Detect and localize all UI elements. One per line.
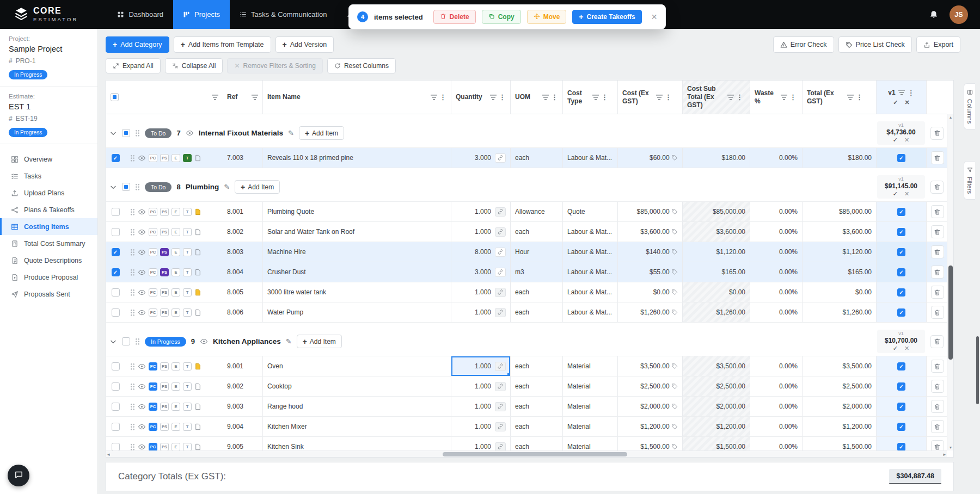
waste-cell[interactable]: 0.00% — [750, 202, 802, 221]
ps-badge[interactable]: PS — [160, 208, 169, 216]
uom-cell[interactable]: each — [510, 302, 562, 322]
quantity-cell[interactable]: 3.000 — [451, 148, 510, 168]
sidebar-item-quote-descriptions[interactable]: Quote Descriptions — [0, 252, 97, 269]
reject-version-icon[interactable]: ✕ — [904, 190, 909, 197]
filter-icon[interactable] — [781, 95, 787, 100]
quantity-cell[interactable]: 1.000 — [451, 202, 510, 221]
ps-badge[interactable]: PS — [160, 248, 169, 256]
delete-category-button[interactable] — [930, 181, 944, 194]
ps-badge[interactable]: PS — [160, 382, 169, 391]
approve-version-icon[interactable]: ✓ — [893, 99, 898, 106]
cost-cell[interactable]: $140.00 — [617, 242, 682, 262]
cost-cell[interactable]: $1,200.00 — [617, 417, 682, 436]
waste-cell[interactable]: 0.00% — [750, 397, 802, 416]
eye-icon[interactable] — [138, 288, 146, 297]
quantity-cell[interactable]: 1.000 — [451, 437, 510, 450]
row-checkbox[interactable] — [112, 382, 120, 391]
eye-icon[interactable] — [138, 228, 146, 236]
waste-cell[interactable]: 0.00% — [750, 417, 802, 436]
eye-icon[interactable] — [138, 308, 146, 317]
filter-icon[interactable] — [431, 95, 437, 100]
drag-handle[interactable] — [130, 383, 135, 390]
page-scroll-thumb[interactable] — [976, 336, 979, 404]
link-icon[interactable] — [495, 402, 506, 411]
t-badge[interactable]: T — [183, 382, 192, 391]
cost-cell[interactable]: $3,500.00 — [617, 356, 682, 376]
copy-selected-button[interactable]: Copy — [482, 10, 521, 24]
delete-category-button[interactable] — [930, 127, 944, 140]
uom-cell[interactable]: Hour — [510, 242, 562, 262]
sidebar-item-plans-takeoffs[interactable]: Plans & Takeoffs — [0, 201, 97, 218]
pc-badge[interactable]: PC — [149, 423, 157, 431]
row-checkbox[interactable] — [112, 208, 120, 216]
delete-row-button[interactable] — [931, 360, 944, 373]
remove-filters-sorting-button[interactable]: ✕ Remove Filters & Sorting — [227, 58, 322, 73]
version-checkbox[interactable] — [897, 362, 905, 370]
quantity-cell[interactable]: 1.000 — [451, 417, 510, 436]
price-tag-icon[interactable] — [671, 208, 678, 215]
cost-type-cell[interactable]: Labour & Mat... — [562, 148, 617, 168]
chevron-down-icon[interactable] — [109, 183, 117, 191]
waste-cell[interactable]: 0.00% — [750, 437, 802, 450]
quantity-cell[interactable]: 8.000 — [451, 242, 510, 262]
t-badge[interactable]: T — [183, 362, 192, 370]
cost-type-cell[interactable]: Material — [562, 417, 617, 436]
quantity-cell[interactable]: 3.000 — [451, 262, 510, 282]
item-name-cell[interactable]: Kitchen Sink — [262, 437, 451, 450]
waste-cell[interactable]: 0.00% — [750, 302, 802, 322]
eye-icon[interactable] — [138, 248, 146, 256]
pc-badge[interactable]: PC — [149, 228, 157, 236]
edit-category-icon[interactable]: ✎ — [286, 337, 292, 345]
document-icon[interactable] — [194, 229, 201, 236]
drag-handle[interactable] — [130, 309, 135, 316]
column-menu-icon[interactable]: ⋮ — [499, 93, 506, 101]
link-icon[interactable] — [495, 442, 506, 451]
approve-version-icon[interactable]: ✓ — [893, 345, 898, 352]
cost-type-cell[interactable]: Material — [562, 356, 617, 376]
t-badge[interactable]: T — [183, 154, 192, 162]
column-menu-icon[interactable]: ⋮ — [789, 93, 797, 101]
filter-icon[interactable] — [847, 95, 854, 100]
filter-icon[interactable] — [490, 95, 497, 100]
filter-icon[interactable] — [212, 95, 218, 100]
item-name-cell[interactable]: Solar and Water Tank on Roof — [262, 222, 451, 242]
version-checkbox[interactable] — [897, 228, 905, 236]
filter-icon[interactable] — [252, 95, 258, 100]
uom-cell[interactable]: each — [510, 397, 562, 416]
t-badge[interactable]: T — [183, 443, 192, 451]
eye-icon[interactable] — [138, 208, 146, 216]
cost-type-cell[interactable]: Labour & Mat... — [562, 222, 617, 242]
category-checkbox[interactable] — [122, 337, 130, 345]
cost-cell[interactable]: $1,500.00 — [617, 437, 682, 450]
scroll-right-arrow[interactable]: ▸ — [942, 451, 947, 458]
link-icon[interactable] — [495, 268, 506, 277]
column-menu-icon[interactable]: ⋮ — [601, 93, 608, 101]
drag-handle[interactable] — [130, 363, 135, 370]
e-badge[interactable]: E — [171, 248, 180, 256]
delete-category-button[interactable] — [930, 335, 944, 348]
column-menu-icon[interactable]: ⋮ — [908, 89, 915, 97]
export-button[interactable]: Export — [916, 36, 960, 53]
waste-cell[interactable]: 0.00% — [750, 356, 802, 376]
e-badge[interactable]: E — [171, 423, 180, 431]
t-badge[interactable]: T — [183, 268, 192, 276]
delete-row-button[interactable] — [931, 225, 944, 238]
eye-icon[interactable] — [138, 382, 146, 391]
quantity-cell[interactable]: 1.000 — [451, 356, 510, 376]
uom-cell[interactable]: each — [510, 356, 562, 376]
t-badge[interactable]: T — [183, 208, 192, 216]
item-name-cell[interactable]: Oven — [262, 356, 451, 376]
delete-row-button[interactable] — [931, 380, 944, 393]
column-menu-icon[interactable]: ⋮ — [439, 93, 446, 101]
eye-icon[interactable] — [138, 154, 146, 162]
scroll-down-arrow[interactable]: ▾ — [947, 445, 954, 450]
document-icon[interactable] — [194, 403, 201, 410]
drag-handle[interactable] — [135, 183, 140, 190]
quantity-cell[interactable]: 1.000 — [451, 282, 510, 302]
e-badge[interactable]: E — [171, 362, 180, 370]
drag-handle[interactable] — [130, 208, 135, 215]
document-icon[interactable] — [194, 249, 201, 256]
select-all-checkbox[interactable] — [111, 93, 119, 101]
waste-cell[interactable]: 0.00% — [750, 282, 802, 302]
pc-badge[interactable]: PC — [149, 403, 157, 411]
